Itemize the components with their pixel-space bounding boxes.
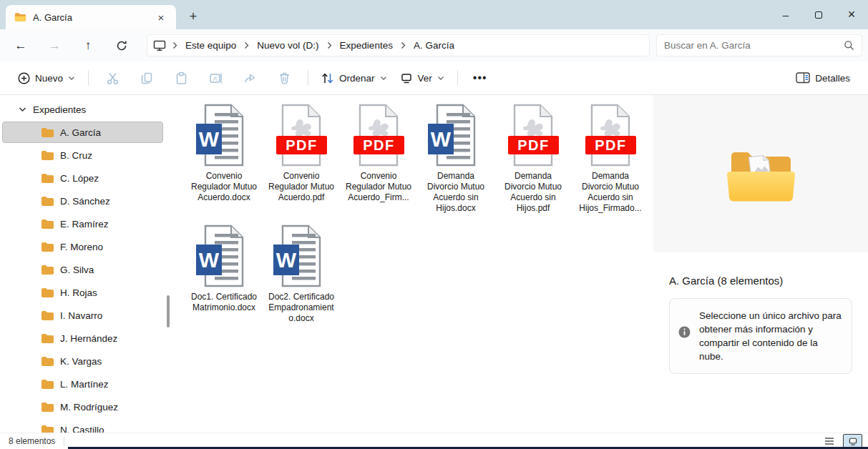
file-item-1[interactable]: W Convenio Regulador Mutuo Acuerdo.docx	[185, 100, 263, 214]
chevron-down-icon	[380, 76, 387, 81]
sidebar-item-k-vargas[interactable]: K. Vargas	[0, 350, 174, 372]
list-view-button[interactable]	[821, 434, 837, 448]
new-button[interactable]: Nuevo	[11, 68, 82, 89]
sidebar-item-j-hern-ndez[interactable]: J. Hernández	[0, 327, 174, 350]
file-item-4[interactable]: W Demanda Divorcio Mutuo Acuerdo sin Hij…	[417, 100, 494, 214]
sidebar-item-a-garc-a[interactable]: A. García	[0, 121, 174, 144]
back-button[interactable]: ←	[9, 34, 33, 57]
sidebar-item-label: G. Silva	[60, 265, 94, 275]
cut-button[interactable]	[99, 66, 126, 90]
folder-icon	[41, 150, 54, 161]
breadcrumb-item[interactable]: Expedientes	[338, 38, 394, 53]
sort-icon	[321, 72, 334, 84]
folder-icon	[41, 242, 54, 252]
forward-button[interactable]: →	[42, 34, 67, 57]
svg-text:PDF: PDF	[363, 137, 395, 153]
file-item-6[interactable]: PDF Demanda Divorcio Mutuo Acuerdo sin H…	[572, 100, 649, 214]
sidebar-item-c-l-pez[interactable]: C. López	[0, 167, 174, 189]
search-icon[interactable]	[844, 40, 854, 51]
sidebar-item-m-rodr-guez[interactable]: M. Rodríguez	[0, 395, 174, 418]
breadcrumb-item[interactable]: Nuevo vol (D:)	[255, 38, 320, 53]
sidebar-scrollbar[interactable]	[167, 295, 170, 327]
folder-icon	[41, 287, 54, 298]
titlebar: A. García × + – ×	[0, 0, 868, 29]
paste-icon	[175, 71, 188, 85]
sort-button-label: Ordenar	[339, 73, 375, 84]
tab-close-icon[interactable]: ×	[153, 9, 169, 25]
info-card: Seleccione un único archivo para obtener…	[669, 298, 852, 374]
file-item-2[interactable]: PDF Convenio Regulador Mutuo Acuerdo.pdf	[263, 100, 340, 214]
more-options-button[interactable]: •••	[464, 69, 496, 87]
details-pane-toggle[interactable]: Detalles	[789, 68, 857, 88]
chevron-expanded-icon[interactable]	[17, 104, 27, 114]
pdf-file-icon: PDF	[504, 103, 562, 167]
sidebar-item-d-s-nchez[interactable]: D. Sánchez	[0, 189, 174, 212]
search-input[interactable]	[664, 40, 844, 51]
breadcrumb-separator-icon	[327, 41, 332, 49]
file-item-7[interactable]: W Doc1. Certificado Matrimonio.docx	[185, 221, 263, 324]
new-tab-button[interactable]: +	[183, 7, 203, 26]
folder-icon	[41, 265, 54, 275]
share-icon	[243, 71, 257, 85]
sidebar-item-label: H. Rojas	[60, 287, 97, 298]
details-pane-icon	[796, 72, 810, 84]
sidebar-item-label: F. Moreno	[60, 242, 103, 252]
sidebar-item-g-silva[interactable]: G. Silva	[0, 258, 174, 281]
word-file-icon: W	[427, 103, 484, 167]
copy-button[interactable]	[133, 66, 160, 90]
sidebar-item-l-mart-nez[interactable]: L. Martínez	[0, 372, 174, 395]
file-item-5[interactable]: PDF Demanda Divorcio Mutuo Acuerdo sin H…	[494, 100, 572, 214]
navigation-bar: ← → ↑ Este equipo Nuevo v	[0, 29, 868, 61]
navigation-sidebar: Expedientes A. García B. Cruz C. López	[0, 95, 174, 433]
tab-a-garcia[interactable]: A. García ×	[6, 5, 176, 29]
sidebar-item-label: M. Rodríguez	[60, 402, 118, 413]
paste-button[interactable]	[167, 66, 195, 90]
file-item-8[interactable]: W Doc2. Certificado Empadronamiento.docx	[263, 221, 340, 324]
sidebar-item-f-moreno[interactable]: F. Moreno	[0, 235, 174, 258]
folder-icon	[41, 425, 54, 433]
sidebar-item-label: N. Castillo	[60, 425, 104, 433]
file-name: Convenio Regulador Mutuo Acuerdo_Firm...	[344, 171, 413, 203]
view-button[interactable]: Ver	[394, 68, 451, 89]
share-button[interactable]	[236, 66, 263, 90]
maximize-button[interactable]	[802, 0, 835, 29]
file-item-3[interactable]: PDF Convenio Regulador Mutuo Acuerdo_Fir…	[340, 100, 417, 214]
sort-button[interactable]: Ordenar	[315, 68, 394, 89]
folder-icon	[41, 402, 54, 413]
folder-icon	[41, 402, 54, 413]
details-title: A. García (8 elementos)	[669, 275, 868, 287]
folder-icon	[41, 173, 54, 184]
breadcrumb-item[interactable]: Este equipo	[184, 38, 238, 53]
view-icon	[400, 72, 413, 84]
rename-button[interactable]: A	[202, 66, 229, 90]
minimize-button[interactable]: –	[769, 0, 802, 29]
breadcrumb-item[interactable]: A. García	[412, 38, 456, 53]
word-file-icon: W	[195, 103, 253, 167]
list-view-icon	[824, 437, 834, 445]
up-button[interactable]: ↑	[76, 34, 100, 57]
sidebar-item-n-castillo[interactable]: N. Castillo	[0, 418, 174, 433]
sidebar-root-label: Expedientes	[33, 104, 86, 115]
info-icon	[678, 326, 691, 363]
address-bar[interactable]: Este equipo Nuevo vol (D:) Expedientes A…	[147, 34, 650, 56]
file-name: Doc1. Certificado Matrimonio.docx	[190, 292, 258, 313]
sidebar-item-b-cruz[interactable]: B. Cruz	[0, 144, 174, 167]
sidebar-item-e-ram-rez[interactable]: E. Ramírez	[0, 212, 174, 235]
folder-icon	[41, 219, 54, 230]
svg-text:A: A	[213, 74, 217, 82]
breadcrumb-separator-icon	[172, 41, 177, 49]
word-file-icon: W	[195, 224, 253, 288]
sidebar-item-i-navarro[interactable]: I. Navarro	[0, 304, 174, 327]
chevron-down-icon	[68, 76, 75, 81]
info-text: Seleccione un único archivo para obtener…	[699, 309, 843, 363]
refresh-button[interactable]	[109, 34, 134, 57]
chevron-down-icon	[437, 76, 444, 81]
trash-icon	[278, 71, 291, 85]
folder-icon	[41, 379, 54, 390]
sidebar-item-h-rojas[interactable]: H. Rojas	[0, 281, 174, 304]
search-box[interactable]	[656, 34, 862, 56]
delete-button[interactable]	[270, 66, 298, 90]
sidebar-item-label: A. García	[60, 127, 101, 138]
sidebar-item-expedientes[interactable]: Expedientes	[0, 98, 174, 121]
close-button[interactable]: ×	[835, 0, 868, 29]
